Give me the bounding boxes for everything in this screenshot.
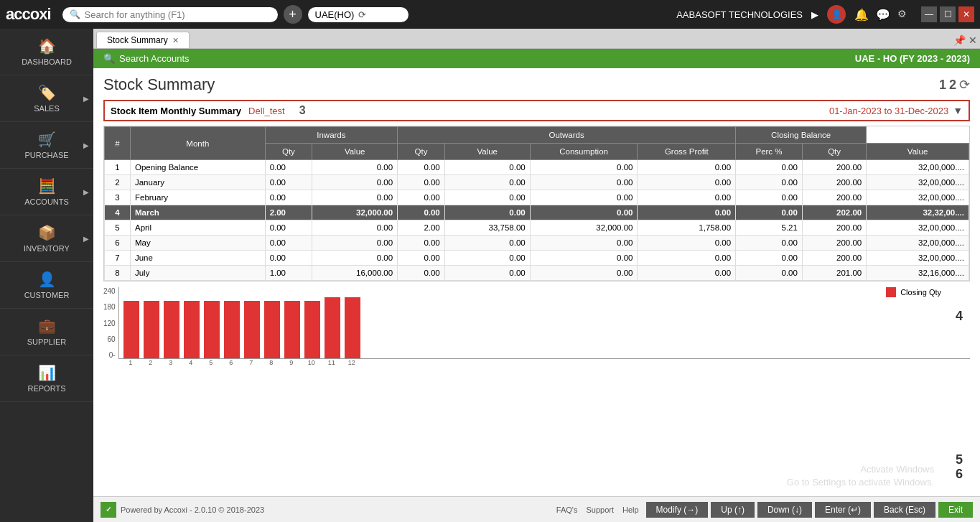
customer-icon: 👤 [38, 271, 56, 288]
tab-stock-summary[interactable]: Stock Summary ✕ [96, 32, 190, 48]
bar-x-label: 1 [123, 359, 139, 366]
inventory-arrow: ▶ [83, 235, 89, 243]
bar-rect [184, 301, 200, 358]
chart-bar [284, 301, 300, 358]
label-3: 3 [299, 104, 306, 117]
sidebar-item-sales[interactable]: 🏷️ SALES ▶ [0, 75, 93, 122]
chart-bar [224, 301, 240, 358]
search-accounts-label: Search Accounts [119, 53, 190, 64]
sidebar-item-dashboard[interactable]: 🏠 DASHBOARD [0, 29, 93, 75]
powered-by-text: Powered by Accoxi - 2.0.10 © 2018-2023 [121, 505, 264, 514]
support-link[interactable]: Support [586, 505, 614, 514]
page-title-nums: 1 2 ⟳ [939, 77, 970, 93]
sidebar-label-supplier: SUPPLIER [27, 337, 66, 346]
tab-close-icon[interactable]: ✕ [172, 36, 179, 45]
tab-label: Stock Summary [107, 35, 168, 45]
maximize-button[interactable]: ☐ [940, 6, 956, 22]
chart-legend: Closing Qty [886, 287, 941, 297]
bottom-btn-backesc[interactable]: Back (Esc) [874, 502, 935, 518]
sidebar-item-supplier[interactable]: 💼 SUPPLIER [0, 309, 93, 355]
bar-rect [144, 301, 159, 358]
col-month: Month [130, 127, 265, 160]
company-full-name: AABASOFT TECHNOLOGIES [676, 9, 803, 20]
search-input[interactable] [85, 9, 271, 20]
col-in-qty: Qty [265, 144, 312, 160]
sidebar-item-purchase[interactable]: 🛒 PURCHASE ▶ [0, 122, 93, 169]
bar-x-label: 10 [304, 359, 319, 366]
sidebar-label-customer: CUSTOMER [24, 291, 70, 299]
bottom-btn-up[interactable]: Up (↑) [711, 502, 755, 518]
sidebar-item-inventory[interactable]: 📦 INVENTORY ▶ [0, 215, 93, 262]
sidebar-item-accounts[interactable]: 🧮 ACCOUNTS ▶ [0, 169, 93, 215]
top-right: AABASOFT TECHNOLOGIES ▶ 👤 🔔 💬 ⚙ — ☐ ✕ [676, 5, 974, 24]
sales-arrow: ▶ [83, 95, 89, 103]
col-out-val: Value [444, 144, 530, 160]
page-refresh-icon[interactable]: ⟳ [959, 77, 970, 93]
sidebar-label-sales: SALES [34, 104, 59, 113]
supplier-icon: 💼 [38, 317, 56, 335]
faq-link[interactable]: FAQ's [556, 505, 578, 514]
tab-window-close-button[interactable]: ✕ [969, 34, 977, 46]
summary-header: Stock Item Monthly Summary Dell_test 3 0… [103, 100, 970, 121]
search-box[interactable]: 🔍 [62, 7, 278, 22]
summary-title: Stock Item Monthly Summary [111, 106, 241, 116]
purchase-arrow: ▶ [83, 141, 89, 149]
bar-x-label: 4 [183, 359, 199, 366]
col-closing: Closing Balance [736, 127, 867, 144]
table-row: 3 February 0.00 0.00 0.00 0.00 0.00 0.00… [105, 190, 969, 205]
chart-bar [184, 301, 200, 358]
company-selector[interactable]: UAE(HO) ⟳ [308, 7, 409, 22]
sidebar-item-customer[interactable]: 👤 CUSTOMER [0, 262, 93, 309]
chart-bar [325, 297, 340, 358]
table-row: 5 April 0.00 0.00 2.00 33,758.00 32,000.… [105, 220, 969, 236]
tab-pin-button[interactable]: 📌 [953, 34, 966, 46]
chart-bars [118, 287, 970, 359]
sidebar-item-reports[interactable]: 📊 REPORTS [0, 355, 93, 402]
notification-icon[interactable]: 🔔 [854, 8, 869, 22]
tab-controls: 📌 ✕ [953, 34, 977, 46]
col-close-val: Value [867, 144, 969, 160]
reports-icon: 📊 [38, 364, 56, 381]
chat-icon[interactable]: 💬 [876, 8, 890, 22]
y-label-0: 0- [109, 351, 116, 359]
powered-by: ✓ Powered by Accoxi - 2.0.10 © 2018-2023 [101, 502, 264, 518]
bottom-btn-modify[interactable]: Modify (→) [646, 502, 709, 518]
table-row: 7 June 0.00 0.00 0.00 0.00 0.00 0.00 0.0… [105, 251, 969, 266]
bar-x-label: 5 [203, 359, 219, 366]
help-link[interactable]: Help [622, 505, 639, 514]
search-accounts-btn[interactable]: 🔍 Search Accounts [103, 53, 190, 64]
col-num: # [105, 127, 131, 160]
bottom-links: FAQ's Support Help [556, 505, 639, 514]
chart-bar [123, 301, 139, 358]
add-button[interactable]: + [284, 5, 302, 24]
table-row: 1 Opening Balance 0.00 0.00 0.00 0.00 0.… [105, 160, 969, 175]
bar-x-label: 12 [344, 359, 360, 366]
refresh-company-icon[interactable]: ⟳ [358, 9, 366, 20]
tab-bar: Stock Summary ✕ 📌 ✕ [93, 29, 980, 49]
bottom-btn-enter[interactable]: Enter (↵) [815, 502, 871, 518]
bar-rect [264, 301, 280, 358]
col-consumption: Consumption [530, 144, 638, 160]
bottom-bar: ✓ Powered by Accoxi - 2.0.10 © 2018-2023… [93, 496, 980, 522]
content-area: Stock Summary ✕ 📌 ✕ 🔍 Search Accounts UA… [93, 29, 980, 522]
arrow-icon: ▶ [811, 9, 818, 20]
minimize-button[interactable]: — [921, 6, 937, 22]
settings-icon[interactable]: ⚙ [897, 8, 907, 22]
bottom-btn-exit[interactable]: Exit [938, 502, 973, 518]
y-label-120: 120 [103, 320, 116, 327]
bottom-btn-down[interactable]: Down (↓) [757, 502, 812, 518]
chart-x-labels: 123456789101112 [118, 359, 970, 366]
avatar[interactable]: 👤 [827, 5, 846, 24]
col-inwards: Inwards [265, 127, 398, 144]
table-row: 8 July 1.00 16,000.00 0.00 0.00 0.00 0.0… [105, 266, 969, 281]
sidebar-label-dashboard: DASHBOARD [22, 57, 72, 66]
filter-icon[interactable]: ▼ [953, 105, 963, 116]
close-button[interactable]: ✕ [958, 6, 974, 22]
num-badge-5: 5 [956, 452, 963, 467]
page-title: Stock Summary [103, 75, 939, 94]
col-gross-profit: Gross Profit [638, 144, 736, 160]
chart-bar [164, 301, 179, 358]
legend-color-box [886, 287, 896, 297]
bar-rect [244, 301, 260, 358]
app-logo: accoxi [6, 5, 51, 24]
